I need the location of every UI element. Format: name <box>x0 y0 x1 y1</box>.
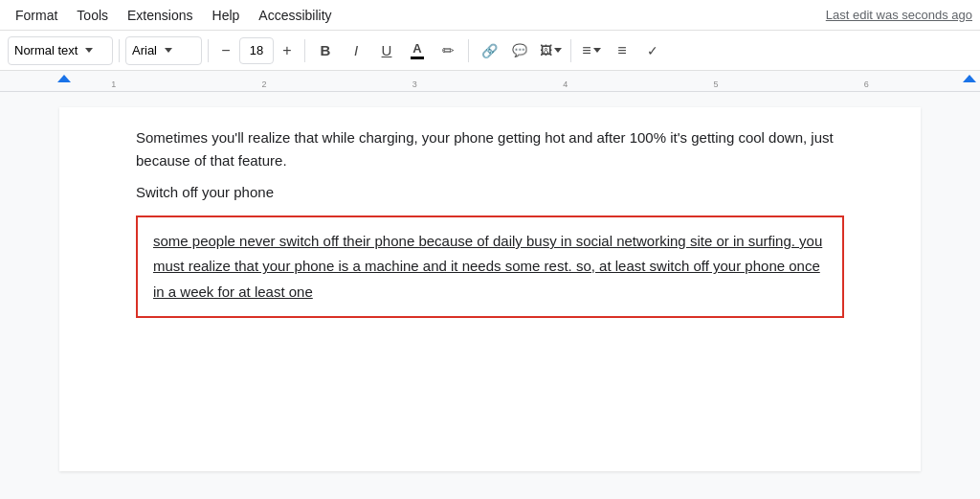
menu-bar: Format Tools Extensions Help Accessibili… <box>0 0 980 31</box>
menu-format[interactable]: Format <box>8 4 65 27</box>
image-icon: 🖼 <box>540 43 552 57</box>
comment-icon: 💬 <box>512 43 527 57</box>
divider-5 <box>570 39 571 62</box>
font-size-increase-button[interactable]: + <box>276 39 299 62</box>
insert-link-button[interactable]: 🔗 <box>475 36 503 65</box>
highlighted-paragraph[interactable]: some people never switch off their phone… <box>153 229 827 305</box>
font-select-label: Arial <box>132 43 157 57</box>
menu-tools[interactable]: Tools <box>69 4 116 27</box>
ruler-mark-1: 1 <box>111 79 116 89</box>
font-family-select[interactable]: Arial <box>125 36 202 65</box>
line-spacing-icon: ≡ <box>617 42 626 59</box>
font-size-value[interactable]: 18 <box>239 37 274 64</box>
color-swatch <box>411 57 424 59</box>
ruler-mark-5: 5 <box>713 79 718 89</box>
link-icon: 🔗 <box>481 43 498 58</box>
highlight-button[interactable]: ✏ <box>434 36 462 65</box>
checklist-button[interactable]: ✓ <box>638 36 667 65</box>
ruler-mark-3: 3 <box>412 79 417 89</box>
font-size-decrease-button[interactable]: − <box>214 39 237 62</box>
document-page: Sometimes you'll realize that while char… <box>59 107 921 471</box>
divider-4 <box>468 39 469 62</box>
ruler-mark-4: 4 <box>563 79 568 89</box>
ruler-mark-6: 6 <box>864 79 869 89</box>
divider-1 <box>119 39 120 62</box>
divider-3 <box>304 39 305 62</box>
ruler: 1 2 3 4 5 6 <box>0 71 980 92</box>
font-select-chevron <box>165 48 172 53</box>
heading-switch-off[interactable]: Switch off your phone <box>136 184 844 200</box>
text-align-button[interactable]: ≡ <box>577 36 606 65</box>
align-chevron <box>593 48 601 53</box>
paragraph-1[interactable]: Sometimes you'll realize that while char… <box>136 126 844 172</box>
menu-accessibility[interactable]: Accessibility <box>251 4 339 27</box>
divider-2 <box>208 39 209 62</box>
pen-icon: ✏ <box>442 42 455 59</box>
image-select-chevron <box>554 48 562 53</box>
menu-help[interactable]: Help <box>205 4 248 27</box>
font-color-icon: A <box>411 41 424 59</box>
paragraph-style-select[interactable]: Normal text <box>8 36 113 65</box>
last-edit-status: Last edit was seconds ago <box>826 8 972 22</box>
ruler-right-indent[interactable] <box>963 75 976 82</box>
checklist-icon: ✓ <box>647 43 658 58</box>
bold-button[interactable]: B <box>311 36 340 65</box>
document-area: Sometimes you'll realize that while char… <box>0 92 980 499</box>
toolbar: Normal text Arial − 18 + B I U A ✏ 🔗 💬 <box>0 31 980 71</box>
insert-comment-button[interactable]: 💬 <box>505 36 534 65</box>
font-color-button[interactable]: A <box>403 36 432 65</box>
style-select-chevron <box>85 48 93 53</box>
ruler-numbers: 1 2 3 4 5 6 <box>0 79 980 89</box>
underline-button[interactable]: U <box>372 36 401 65</box>
ruler-mark-2: 2 <box>261 79 266 89</box>
align-icon: ≡ <box>582 42 590 59</box>
style-select-label: Normal text <box>14 43 78 57</box>
menu-extensions[interactable]: Extensions <box>120 4 200 27</box>
highlighted-selection-box: some people never switch off their phone… <box>136 215 844 318</box>
italic-button[interactable]: I <box>342 36 370 65</box>
insert-image-button[interactable]: 🖼 <box>536 36 565 65</box>
font-size-controls: − 18 + <box>214 37 299 64</box>
line-spacing-button[interactable]: ≡ <box>608 36 636 65</box>
